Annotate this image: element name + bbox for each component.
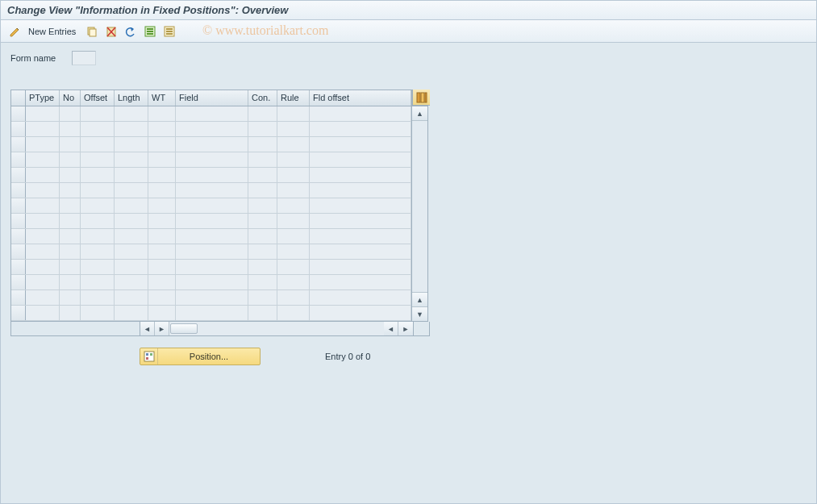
horizontal-scroll-thumb[interactable] [170, 323, 198, 334]
cell-no[interactable] [60, 244, 81, 259]
cell-ptype[interactable] [26, 244, 60, 259]
table-configuration-icon[interactable] [412, 90, 430, 106]
cell-rule[interactable] [277, 260, 310, 274]
deselect-all-icon[interactable] [161, 23, 177, 40]
cell-offset[interactable] [81, 152, 115, 167]
scroll-left-icon[interactable]: ◄ [140, 322, 155, 335]
cell-no[interactable] [60, 198, 81, 213]
cell-lngth[interactable] [115, 137, 148, 152]
cell-rule[interactable] [277, 290, 310, 305]
cell-wt[interactable] [148, 122, 176, 136]
cell-wt[interactable] [148, 152, 176, 167]
column-header-fld-offset[interactable]: Fld offset [310, 90, 411, 106]
cell-ptype[interactable] [26, 214, 60, 228]
row-selector[interactable] [11, 260, 26, 274]
row-selector[interactable] [11, 198, 26, 213]
cell-offset[interactable] [81, 290, 115, 305]
cell-lngth[interactable] [115, 152, 148, 167]
cell-lngth[interactable] [115, 183, 148, 198]
cell-ptype[interactable] [26, 183, 60, 198]
vertical-scroll-track[interactable] [412, 121, 427, 292]
cell-wt[interactable] [148, 168, 176, 182]
row-selector[interactable] [11, 229, 26, 244]
cell-lngth[interactable] [115, 244, 148, 259]
scroll-right-end-icon[interactable]: ► [398, 322, 413, 335]
cell-wt[interactable] [148, 137, 176, 152]
cell-con[interactable] [248, 198, 277, 213]
vertical-scrollbar[interactable]: ▲ ▲ ▼ [412, 106, 428, 322]
column-header-no[interactable]: No [60, 90, 81, 106]
cell-field[interactable] [176, 244, 248, 259]
cell-fld[interactable] [310, 137, 411, 152]
cell-offset[interactable] [81, 122, 115, 136]
cell-field[interactable] [176, 152, 248, 167]
cell-wt[interactable] [148, 275, 176, 289]
cell-lngth[interactable] [115, 229, 148, 244]
cell-no[interactable] [60, 229, 81, 244]
cell-rule[interactable] [277, 106, 310, 121]
cell-fld[interactable] [310, 275, 411, 289]
cell-fld[interactable] [310, 260, 411, 274]
cell-no[interactable] [60, 152, 81, 167]
cell-wt[interactable] [148, 214, 176, 228]
row-selector[interactable] [11, 275, 26, 289]
cell-con[interactable] [248, 260, 277, 274]
column-header-ptype[interactable]: PType [26, 90, 60, 106]
cell-offset[interactable] [81, 198, 115, 213]
cell-offset[interactable] [81, 214, 115, 228]
cell-no[interactable] [60, 260, 81, 274]
cell-con[interactable] [248, 275, 277, 289]
scroll-left-end-icon[interactable]: ◄ [384, 322, 398, 335]
cell-no[interactable] [60, 306, 81, 320]
cell-ptype[interactable] [26, 137, 60, 152]
cell-ptype[interactable] [26, 106, 60, 121]
column-header-con[interactable]: Con. [248, 90, 277, 106]
cell-fld[interactable] [310, 198, 411, 213]
cell-rule[interactable] [277, 198, 310, 213]
cell-no[interactable] [60, 106, 81, 121]
cell-ptype[interactable] [26, 290, 60, 305]
cell-ptype[interactable] [26, 168, 60, 182]
cell-lngth[interactable] [115, 290, 148, 305]
scroll-up-icon[interactable]: ▲ [412, 106, 427, 121]
cell-rule[interactable] [277, 229, 310, 244]
row-selector[interactable] [11, 183, 26, 198]
cell-offset[interactable] [81, 306, 115, 320]
scroll-down-icon[interactable]: ▼ [412, 306, 427, 321]
cell-field[interactable] [176, 306, 248, 320]
cell-ptype[interactable] [26, 275, 60, 289]
cell-lngth[interactable] [115, 260, 148, 274]
new-entries-button[interactable]: New Entries [27, 27, 81, 36]
cell-lngth[interactable] [115, 122, 148, 136]
row-selector[interactable] [11, 214, 26, 228]
row-selector-header[interactable] [11, 90, 26, 106]
scroll-right-icon[interactable]: ► [155, 322, 169, 335]
select-all-icon[interactable] [142, 23, 158, 40]
row-selector[interactable] [11, 122, 26, 136]
cell-field[interactable] [176, 198, 248, 213]
cell-wt[interactable] [148, 229, 176, 244]
cell-no[interactable] [60, 275, 81, 289]
cell-field[interactable] [176, 260, 248, 274]
cell-rule[interactable] [277, 183, 310, 198]
row-selector[interactable] [11, 306, 26, 320]
undo-icon[interactable] [123, 23, 139, 40]
cell-no[interactable] [60, 168, 81, 182]
cell-fld[interactable] [310, 152, 411, 167]
cell-rule[interactable] [277, 122, 310, 136]
cell-field[interactable] [176, 290, 248, 305]
cell-con[interactable] [248, 152, 277, 167]
cell-fld[interactable] [310, 214, 411, 228]
cell-wt[interactable] [148, 290, 176, 305]
cell-ptype[interactable] [26, 198, 60, 213]
cell-fld[interactable] [310, 183, 411, 198]
cell-lngth[interactable] [115, 106, 148, 121]
cell-lngth[interactable] [115, 214, 148, 228]
cell-field[interactable] [176, 137, 248, 152]
cell-rule[interactable] [277, 214, 310, 228]
cell-rule[interactable] [277, 244, 310, 259]
column-header-rule[interactable]: Rule [277, 90, 310, 106]
cell-fld[interactable] [310, 290, 411, 305]
cell-lngth[interactable] [115, 306, 148, 320]
cell-ptype[interactable] [26, 152, 60, 167]
